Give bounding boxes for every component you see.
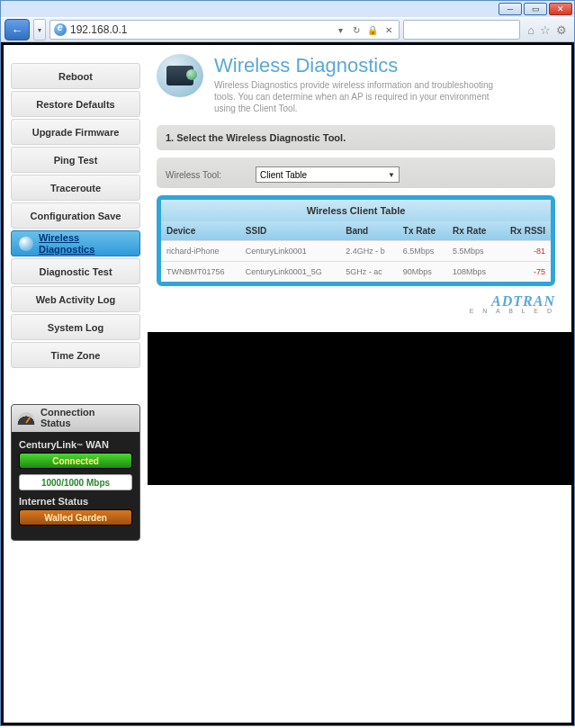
nav-upgrade-firmware[interactable]: Upgrade Firmware (11, 119, 140, 145)
close-button[interactable]: ✕ (549, 3, 572, 15)
lock-icon: 🔒 (366, 25, 379, 35)
window-titlebar: ─ ▭ ✕ (1, 1, 574, 17)
blank-area (148, 332, 571, 485)
wireless-client-table: Wireless Client Table Device SSID Band T… (157, 195, 555, 286)
table-header-row: Device SSID Band Tx Rate Rx Rate Rx RSSI (161, 221, 551, 241)
url-text: 192.168.0.1 (70, 23, 330, 36)
search-input[interactable] (403, 20, 520, 40)
globe-icon (19, 237, 33, 251)
nav-wireless-diagnostics[interactable]: WirelessDiagnostics (11, 230, 140, 256)
page-header-icon (157, 54, 203, 97)
nav-reboot[interactable]: Reboot (11, 63, 140, 89)
nav-diagnostic-test[interactable]: Diagnostic Test (11, 258, 140, 284)
internet-status-pill: Walled Garden (19, 509, 132, 526)
internet-status-label: Internet Status (19, 496, 132, 507)
wireless-tool-select[interactable]: Client Table (256, 166, 400, 183)
wireless-tool-label: Wireless Tool: (166, 170, 256, 180)
nav-history-dropdown[interactable]: ▾ (33, 19, 46, 40)
address-bar[interactable]: 192.168.0.1 ▾ ↻ 🔒 ✕ (49, 20, 400, 40)
favorite-icon[interactable]: ☆ (540, 23, 551, 37)
ie-icon (54, 23, 67, 36)
refresh-icon[interactable]: ↻ (350, 25, 363, 35)
panel-title: 1. Select the Wireless Diagnostic Tool. (166, 132, 546, 143)
browser-toolbar: ← ▾ 192.168.0.1 ▾ ↻ 🔒 ✕ ⌂ ☆ ⚙ (1, 17, 574, 42)
nav-restore-defaults[interactable]: Restore Defaults (11, 91, 140, 117)
connection-status-panel: ConnectionStatus CenturyLink™ WAN Connec… (11, 404, 140, 541)
wan-speed-pill: 1000/1000 Mbps (19, 474, 132, 490)
table-row: richard-iPhoneCenturyLink00012.4GHz - b6… (161, 241, 551, 262)
addr-dropdown-icon[interactable]: ▾ (334, 25, 346, 35)
wan-label: CenturyLink™ WAN (19, 439, 132, 450)
gauge-icon (17, 412, 35, 425)
home-icon[interactable]: ⌂ (527, 23, 535, 37)
wan-status-pill: Connected (19, 453, 132, 469)
page-title: Wireless Diagnostics (214, 54, 502, 77)
back-button[interactable]: ← (4, 19, 30, 40)
nav-system-log[interactable]: System Log (11, 314, 140, 340)
table-row: TWNBMT01756CenturyLink0001_5G5GHz - ac90… (161, 262, 551, 283)
maximize-button[interactable]: ▭ (524, 3, 547, 15)
minimize-button[interactable]: ─ (499, 3, 522, 15)
nav-configuration-save[interactable]: Configuration Save (11, 202, 140, 229)
stop-icon[interactable]: ✕ (382, 25, 395, 35)
nav-web-activity-log[interactable]: Web Activity Log (11, 286, 140, 312)
settings-icon[interactable]: ⚙ (556, 23, 567, 37)
nav-ping-test[interactable]: Ping Test (11, 147, 140, 173)
tool-select-panel: 1. Select the Wireless Diagnostic Tool. (157, 125, 555, 150)
brand-logo: ADTRAN E N A B L E D (157, 293, 555, 314)
page-description: Wireless Diagnostics provide wireless in… (214, 79, 502, 114)
nav-traceroute[interactable]: Traceroute (11, 175, 140, 201)
nav-time-zone[interactable]: Time Zone (11, 342, 140, 368)
table-title: Wireless Client Table (161, 200, 551, 221)
